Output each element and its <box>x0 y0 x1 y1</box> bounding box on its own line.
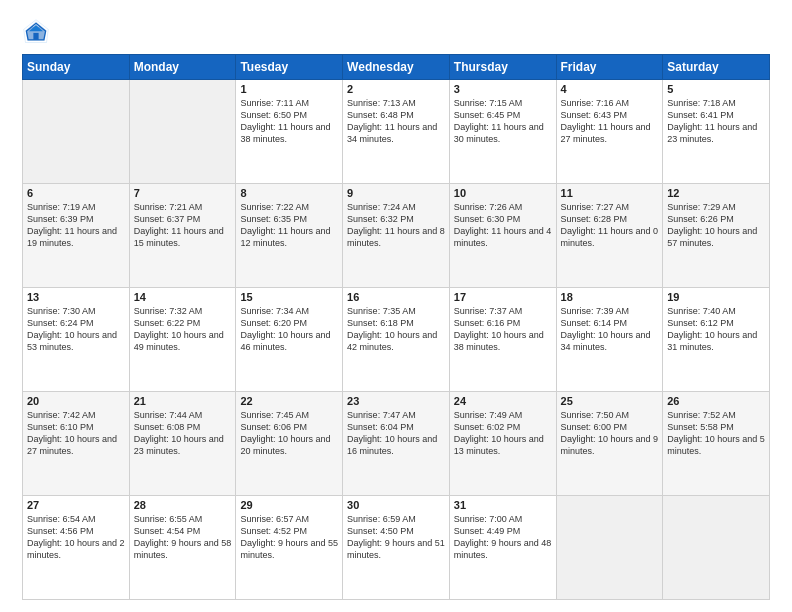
calendar-cell: 2Sunrise: 7:13 AM Sunset: 6:48 PM Daylig… <box>343 80 450 184</box>
day-info: Sunrise: 7:15 AM Sunset: 6:45 PM Dayligh… <box>454 97 552 146</box>
calendar-cell: 21Sunrise: 7:44 AM Sunset: 6:08 PM Dayli… <box>129 392 236 496</box>
day-number: 12 <box>667 187 765 199</box>
svg-rect-4 <box>33 33 38 40</box>
calendar-cell: 8Sunrise: 7:22 AM Sunset: 6:35 PM Daylig… <box>236 184 343 288</box>
day-number: 24 <box>454 395 552 407</box>
day-number: 16 <box>347 291 445 303</box>
day-info: Sunrise: 7:52 AM Sunset: 5:58 PM Dayligh… <box>667 409 765 458</box>
calendar-cell: 22Sunrise: 7:45 AM Sunset: 6:06 PM Dayli… <box>236 392 343 496</box>
day-number: 4 <box>561 83 659 95</box>
calendar-header-saturday: Saturday <box>663 55 770 80</box>
calendar-cell <box>23 80 130 184</box>
calendar-cell: 9Sunrise: 7:24 AM Sunset: 6:32 PM Daylig… <box>343 184 450 288</box>
day-number: 14 <box>134 291 232 303</box>
calendar-header-wednesday: Wednesday <box>343 55 450 80</box>
day-info: Sunrise: 6:54 AM Sunset: 4:56 PM Dayligh… <box>27 513 125 562</box>
day-info: Sunrise: 7:18 AM Sunset: 6:41 PM Dayligh… <box>667 97 765 146</box>
calendar-cell: 5Sunrise: 7:18 AM Sunset: 6:41 PM Daylig… <box>663 80 770 184</box>
day-info: Sunrise: 6:55 AM Sunset: 4:54 PM Dayligh… <box>134 513 232 562</box>
day-info: Sunrise: 7:11 AM Sunset: 6:50 PM Dayligh… <box>240 97 338 146</box>
day-info: Sunrise: 7:50 AM Sunset: 6:00 PM Dayligh… <box>561 409 659 458</box>
day-info: Sunrise: 7:26 AM Sunset: 6:30 PM Dayligh… <box>454 201 552 250</box>
calendar-header-monday: Monday <box>129 55 236 80</box>
day-number: 15 <box>240 291 338 303</box>
day-info: Sunrise: 7:35 AM Sunset: 6:18 PM Dayligh… <box>347 305 445 354</box>
day-info: Sunrise: 7:00 AM Sunset: 4:49 PM Dayligh… <box>454 513 552 562</box>
calendar-cell: 25Sunrise: 7:50 AM Sunset: 6:00 PM Dayli… <box>556 392 663 496</box>
calendar-cell <box>129 80 236 184</box>
day-number: 23 <box>347 395 445 407</box>
calendar-table: SundayMondayTuesdayWednesdayThursdayFrid… <box>22 54 770 600</box>
calendar-week-3: 13Sunrise: 7:30 AM Sunset: 6:24 PM Dayli… <box>23 288 770 392</box>
day-number: 26 <box>667 395 765 407</box>
logo <box>22 18 54 46</box>
day-info: Sunrise: 7:49 AM Sunset: 6:02 PM Dayligh… <box>454 409 552 458</box>
day-number: 7 <box>134 187 232 199</box>
calendar-cell: 31Sunrise: 7:00 AM Sunset: 4:49 PM Dayli… <box>449 496 556 600</box>
day-info: Sunrise: 7:22 AM Sunset: 6:35 PM Dayligh… <box>240 201 338 250</box>
calendar-week-2: 6Sunrise: 7:19 AM Sunset: 6:39 PM Daylig… <box>23 184 770 288</box>
calendar-cell: 26Sunrise: 7:52 AM Sunset: 5:58 PM Dayli… <box>663 392 770 496</box>
calendar-cell: 23Sunrise: 7:47 AM Sunset: 6:04 PM Dayli… <box>343 392 450 496</box>
calendar-header-friday: Friday <box>556 55 663 80</box>
day-number: 2 <box>347 83 445 95</box>
calendar-cell: 17Sunrise: 7:37 AM Sunset: 6:16 PM Dayli… <box>449 288 556 392</box>
day-info: Sunrise: 7:42 AM Sunset: 6:10 PM Dayligh… <box>27 409 125 458</box>
day-number: 29 <box>240 499 338 511</box>
calendar-cell: 19Sunrise: 7:40 AM Sunset: 6:12 PM Dayli… <box>663 288 770 392</box>
day-number: 27 <box>27 499 125 511</box>
day-number: 30 <box>347 499 445 511</box>
logo-icon <box>22 18 50 46</box>
calendar-cell: 27Sunrise: 6:54 AM Sunset: 4:56 PM Dayli… <box>23 496 130 600</box>
day-info: Sunrise: 7:30 AM Sunset: 6:24 PM Dayligh… <box>27 305 125 354</box>
day-info: Sunrise: 7:47 AM Sunset: 6:04 PM Dayligh… <box>347 409 445 458</box>
day-number: 6 <box>27 187 125 199</box>
day-number: 1 <box>240 83 338 95</box>
day-number: 20 <box>27 395 125 407</box>
day-number: 22 <box>240 395 338 407</box>
header <box>22 18 770 46</box>
day-number: 13 <box>27 291 125 303</box>
calendar-cell: 1Sunrise: 7:11 AM Sunset: 6:50 PM Daylig… <box>236 80 343 184</box>
calendar-cell: 4Sunrise: 7:16 AM Sunset: 6:43 PM Daylig… <box>556 80 663 184</box>
day-info: Sunrise: 7:39 AM Sunset: 6:14 PM Dayligh… <box>561 305 659 354</box>
calendar-week-4: 20Sunrise: 7:42 AM Sunset: 6:10 PM Dayli… <box>23 392 770 496</box>
day-number: 9 <box>347 187 445 199</box>
calendar-header-tuesday: Tuesday <box>236 55 343 80</box>
calendar-cell: 15Sunrise: 7:34 AM Sunset: 6:20 PM Dayli… <box>236 288 343 392</box>
day-info: Sunrise: 7:40 AM Sunset: 6:12 PM Dayligh… <box>667 305 765 354</box>
calendar-cell <box>663 496 770 600</box>
calendar-header-row: SundayMondayTuesdayWednesdayThursdayFrid… <box>23 55 770 80</box>
calendar-header-sunday: Sunday <box>23 55 130 80</box>
calendar-cell: 7Sunrise: 7:21 AM Sunset: 6:37 PM Daylig… <box>129 184 236 288</box>
calendar-cell: 3Sunrise: 7:15 AM Sunset: 6:45 PM Daylig… <box>449 80 556 184</box>
calendar-week-1: 1Sunrise: 7:11 AM Sunset: 6:50 PM Daylig… <box>23 80 770 184</box>
day-info: Sunrise: 7:21 AM Sunset: 6:37 PM Dayligh… <box>134 201 232 250</box>
day-info: Sunrise: 7:37 AM Sunset: 6:16 PM Dayligh… <box>454 305 552 354</box>
day-info: Sunrise: 7:16 AM Sunset: 6:43 PM Dayligh… <box>561 97 659 146</box>
calendar-cell <box>556 496 663 600</box>
day-number: 8 <box>240 187 338 199</box>
day-info: Sunrise: 7:29 AM Sunset: 6:26 PM Dayligh… <box>667 201 765 250</box>
calendar-cell: 30Sunrise: 6:59 AM Sunset: 4:50 PM Dayli… <box>343 496 450 600</box>
calendar-cell: 11Sunrise: 7:27 AM Sunset: 6:28 PM Dayli… <box>556 184 663 288</box>
day-info: Sunrise: 7:19 AM Sunset: 6:39 PM Dayligh… <box>27 201 125 250</box>
day-number: 11 <box>561 187 659 199</box>
day-info: Sunrise: 6:57 AM Sunset: 4:52 PM Dayligh… <box>240 513 338 562</box>
calendar-cell: 28Sunrise: 6:55 AM Sunset: 4:54 PM Dayli… <box>129 496 236 600</box>
day-number: 5 <box>667 83 765 95</box>
calendar-header-thursday: Thursday <box>449 55 556 80</box>
day-number: 21 <box>134 395 232 407</box>
calendar-cell: 24Sunrise: 7:49 AM Sunset: 6:02 PM Dayli… <box>449 392 556 496</box>
calendar-cell: 18Sunrise: 7:39 AM Sunset: 6:14 PM Dayli… <box>556 288 663 392</box>
day-info: Sunrise: 7:27 AM Sunset: 6:28 PM Dayligh… <box>561 201 659 250</box>
day-number: 17 <box>454 291 552 303</box>
day-info: Sunrise: 7:24 AM Sunset: 6:32 PM Dayligh… <box>347 201 445 250</box>
day-info: Sunrise: 7:45 AM Sunset: 6:06 PM Dayligh… <box>240 409 338 458</box>
calendar-cell: 29Sunrise: 6:57 AM Sunset: 4:52 PM Dayli… <box>236 496 343 600</box>
calendar-cell: 12Sunrise: 7:29 AM Sunset: 6:26 PM Dayli… <box>663 184 770 288</box>
calendar-cell: 20Sunrise: 7:42 AM Sunset: 6:10 PM Dayli… <box>23 392 130 496</box>
day-number: 28 <box>134 499 232 511</box>
day-info: Sunrise: 7:13 AM Sunset: 6:48 PM Dayligh… <box>347 97 445 146</box>
calendar-cell: 16Sunrise: 7:35 AM Sunset: 6:18 PM Dayli… <box>343 288 450 392</box>
